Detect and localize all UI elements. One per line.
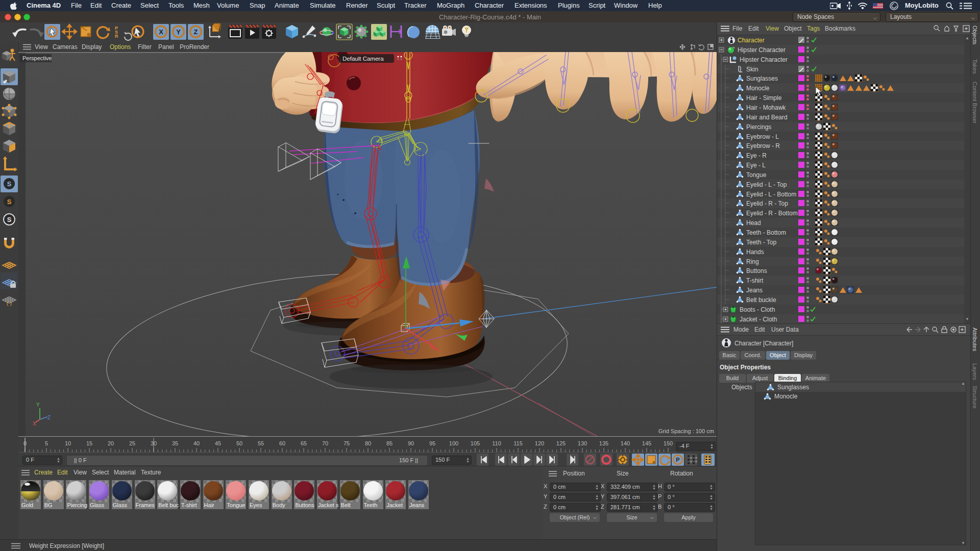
svg-text:X: X (33, 421, 36, 427)
svg-text:80: 80 (365, 440, 371, 446)
svg-text:25: 25 (129, 440, 135, 446)
svg-text:60: 60 (279, 440, 285, 446)
svg-text:125: 125 (556, 440, 566, 446)
svg-text:35: 35 (172, 440, 178, 446)
svg-text:S: S (7, 216, 12, 223)
svg-text:Z: Z (194, 28, 198, 36)
svg-text:S: S (7, 180, 12, 188)
svg-text:45: 45 (215, 440, 221, 446)
svg-text:40: 40 (193, 440, 200, 446)
svg-text:15: 15 (86, 440, 92, 446)
svg-text:5: 5 (45, 440, 48, 446)
svg-text:135: 135 (599, 440, 608, 446)
svg-text:Y: Y (176, 28, 181, 36)
svg-text:115: 115 (513, 440, 523, 446)
svg-text:Perspective: Perspective (22, 55, 52, 61)
svg-text:50: 50 (236, 440, 242, 446)
svg-text:85: 85 (386, 440, 393, 446)
svg-text:Y: Y (36, 402, 40, 408)
svg-text:70: 70 (322, 440, 328, 446)
svg-text:90: 90 (408, 440, 414, 446)
svg-text:120: 120 (535, 440, 544, 446)
svg-text:20: 20 (108, 440, 114, 446)
svg-text:X: X (159, 28, 163, 36)
svg-text:( ): ( ) (7, 300, 12, 306)
svg-text:145: 145 (642, 440, 651, 446)
svg-text:75: 75 (344, 440, 350, 446)
svg-text:130: 130 (578, 440, 587, 446)
svg-text:150: 150 (664, 440, 673, 446)
svg-text:100: 100 (449, 440, 458, 446)
svg-text:Grid Spacing : 100 cm: Grid Spacing : 100 cm (658, 428, 714, 434)
svg-text:65: 65 (301, 440, 307, 446)
svg-text:110: 110 (492, 440, 501, 446)
svg-text:Z: Z (47, 415, 51, 420)
svg-text:55: 55 (258, 440, 264, 446)
svg-text:S: S (7, 198, 12, 206)
svg-text:140: 140 (621, 440, 630, 446)
svg-text:105: 105 (471, 440, 480, 446)
svg-text:P: P (676, 457, 679, 463)
svg-text:95: 95 (429, 440, 435, 446)
svg-text:Default Camera: Default Camera (342, 56, 384, 62)
svg-text:10: 10 (65, 440, 71, 446)
svg-text:R: R (115, 34, 118, 39)
